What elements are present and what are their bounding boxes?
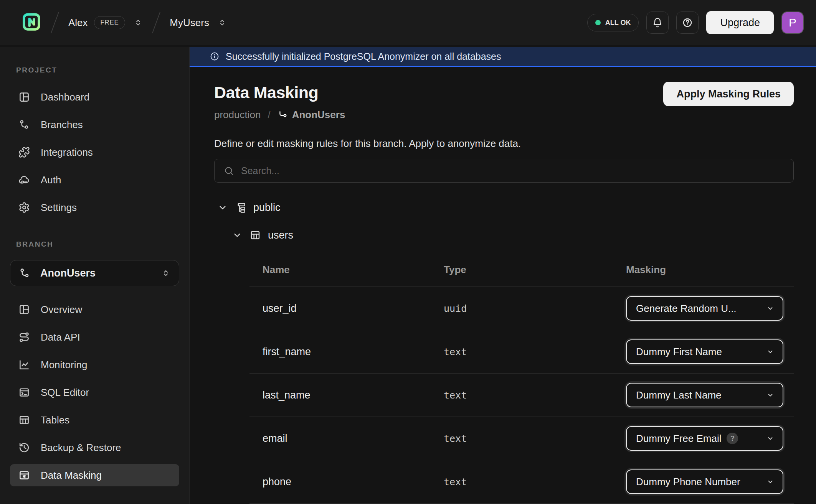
sidebar-item-settings[interactable]: Settings	[10, 196, 179, 219]
column-header-masking: Masking	[626, 264, 794, 276]
tree-node-schema[interactable]: public	[217, 199, 794, 216]
breadcrumb-separator: /	[268, 109, 270, 121]
chevrons-up-down-icon	[161, 268, 170, 278]
upgrade-button[interactable]: Upgrade	[706, 11, 774, 34]
chevron-down-icon	[766, 304, 775, 313]
sidebar-item-label: Monitoring	[41, 359, 87, 371]
sidebar-item-backup-restore[interactable]: Backup & Restore	[10, 436, 179, 459]
topbar: Alex FREE MyUsers ALL OK Upgrade P	[0, 0, 816, 47]
masking-rule-select[interactable]: Dummy Last Name	[626, 383, 783, 407]
banner-text: Successfully initialized PostgreSQL Anon…	[226, 51, 501, 62]
column-type: text	[444, 433, 626, 444]
masking-rule-select[interactable]: Dummy Free Email ?	[626, 426, 783, 451]
help-button[interactable]	[676, 12, 699, 34]
masking-rule-value: Dummy Free Email	[636, 433, 721, 445]
column-header-name: Name	[263, 264, 444, 276]
column-name: phone	[263, 476, 444, 488]
table-row: email text Dummy Free Email ?	[249, 417, 794, 460]
table-row: last_name text Dummy Last Name	[249, 374, 794, 417]
masking-rule-value: Dummy Last Name	[636, 389, 722, 401]
apply-masking-rules-button[interactable]: Apply Masking Rules	[663, 82, 794, 106]
branch-icon	[19, 267, 30, 279]
schema-tree: public users Name Type Masking user_id	[214, 199, 794, 504]
chevron-down-icon	[766, 347, 775, 356]
search-input[interactable]	[241, 165, 784, 176]
user-avatar[interactable]: P	[781, 12, 804, 34]
chevron-down-icon	[766, 390, 775, 400]
org-name: Alex	[68, 17, 88, 29]
sidebar-item-label: Data API	[41, 331, 80, 343]
chevron-down-icon[interactable]	[217, 202, 228, 213]
table-row: phone text Dummy Phone Number	[249, 460, 794, 504]
column-name: user_id	[263, 303, 444, 315]
page-description: Define or edit masking rules for this br…	[214, 138, 794, 150]
branch-selector[interactable]: AnonUsers	[10, 260, 179, 286]
divider-slash	[152, 12, 160, 33]
sidebar-item-data-masking[interactable]: Data Masking	[10, 464, 179, 486]
chevrons-up-down-icon[interactable]	[134, 18, 143, 27]
sidebar-item-label: SQL Editor	[41, 387, 89, 399]
dashboard-icon	[18, 91, 30, 103]
column-type: text	[444, 476, 626, 488]
page-title: Data Masking	[214, 83, 345, 102]
project-switcher[interactable]: MyUsers	[170, 17, 227, 29]
sidebar-item-dashboard[interactable]: Dashboard	[10, 86, 179, 108]
masking-rule-value: Generate Random U...	[636, 303, 737, 315]
neon-logo-icon[interactable]	[21, 12, 41, 33]
branch-section-label: BRANCH	[16, 240, 179, 249]
column-header-type: Type	[444, 264, 626, 276]
integrations-icon	[18, 147, 30, 158]
column-type: text	[444, 346, 626, 357]
chevron-down-icon	[766, 477, 775, 486]
masking-rule-value: Dummy First Name	[636, 346, 722, 358]
divider-slash	[51, 12, 59, 33]
sidebar-item-label: Integrations	[41, 147, 93, 158]
sidebar-item-label: Data Masking	[41, 469, 102, 481]
sidebar-item-integrations[interactable]: Integrations	[10, 141, 179, 163]
column-type: text	[444, 390, 626, 401]
table-name: users	[268, 229, 293, 241]
project-name: MyUsers	[170, 17, 209, 29]
bell-icon	[652, 17, 663, 28]
sidebar-item-data-api[interactable]: Data API	[10, 326, 179, 348]
help-circle-icon	[682, 17, 693, 28]
notifications-button[interactable]	[646, 12, 669, 34]
success-banner: Successfully initialized PostgreSQL Anon…	[190, 47, 816, 67]
org-switcher[interactable]: Alex FREE	[68, 16, 143, 29]
table-row: user_id uuid Generate Random U...	[249, 287, 794, 330]
sidebar-item-label: Auth	[41, 174, 61, 186]
chevrons-up-down-icon[interactable]	[218, 18, 227, 27]
project-section-label: PROJECT	[16, 66, 179, 74]
auth-icon	[18, 174, 30, 186]
sidebar-item-label: Settings	[41, 202, 77, 214]
help-badge[interactable]: ?	[727, 433, 738, 444]
masking-rule-value: Dummy Phone Number	[636, 476, 740, 488]
backup-restore-icon	[18, 442, 30, 453]
sidebar-item-tables[interactable]: Tables	[10, 409, 179, 431]
branches-icon	[18, 119, 30, 130]
sidebar-item-branches[interactable]: Branches	[10, 114, 179, 136]
chevron-down-icon[interactable]	[232, 230, 243, 240]
overview-icon	[18, 304, 30, 315]
column-name: first_name	[263, 346, 444, 358]
sidebar-item-auth[interactable]: Auth	[10, 169, 179, 191]
masking-rule-select[interactable]: Dummy Phone Number	[626, 469, 783, 494]
sidebar: PROJECT Dashboard Branches Integrations …	[0, 47, 190, 504]
info-icon	[210, 51, 220, 61]
sidebar-item-label: Dashboard	[41, 91, 89, 103]
sidebar-item-label: Branches	[41, 119, 83, 131]
breadcrumb-parent-branch[interactable]: production	[214, 109, 261, 121]
sidebar-item-label: Overview	[41, 304, 82, 316]
sidebar-item-overview[interactable]: Overview	[10, 298, 179, 321]
settings-icon	[18, 202, 30, 213]
sidebar-item-sql-editor[interactable]: SQL Editor	[10, 381, 179, 404]
sidebar-item-monitoring[interactable]: Monitoring	[10, 354, 179, 376]
table-row: first_name text Dummy First Name	[249, 330, 794, 374]
masking-rule-select[interactable]: Generate Random U...	[626, 296, 783, 321]
system-status-pill[interactable]: ALL OK	[587, 14, 639, 31]
column-type: uuid	[444, 303, 626, 314]
breadcrumb: production / AnonUsers	[214, 109, 345, 121]
masking-rule-select[interactable]: Dummy First Name	[626, 339, 783, 364]
data-masking-icon	[18, 469, 30, 481]
tree-node-table[interactable]: users	[232, 226, 794, 244]
